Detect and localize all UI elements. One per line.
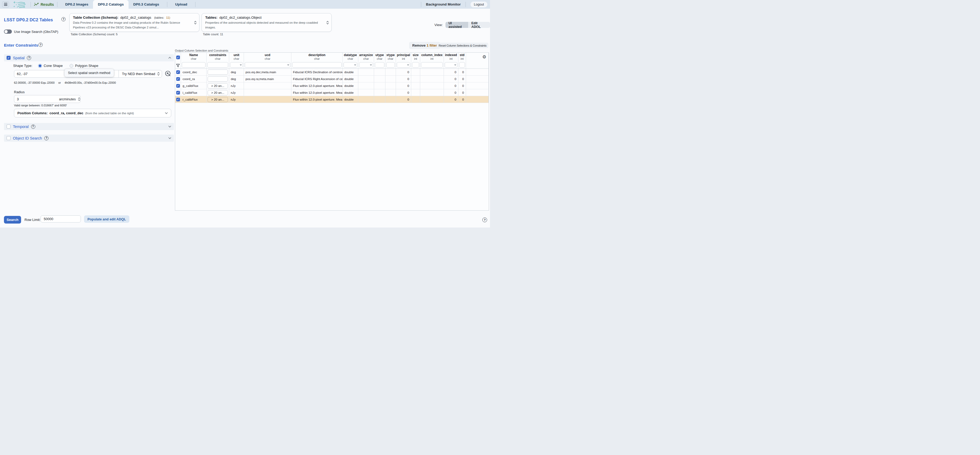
column-header-indexed[interactable]: indexedint [444,53,458,61]
shape-option-cone[interactable]: Cone Shape [38,64,63,68]
filter-funnel-icon[interactable] [176,64,180,67]
column-header-arraysize[interactable]: arraysizechar [358,53,374,61]
radius-input[interactable] [14,95,56,102]
cell-constraint-input[interactable]: > 20 an... [208,83,228,89]
tab-upload[interactable]: Upload [170,0,192,9]
radius-unit-select[interactable]: arcminutes [56,97,83,101]
tables-selector[interactable]: Tables: dp02_dc2_catalogs.Object Propert… [202,13,332,32]
column-header-unit[interactable]: unitchar [229,53,244,61]
image-search-toggle[interactable] [4,30,12,34]
table-options-gear-icon[interactable]: ⚙ [466,53,489,61]
filter-input-size[interactable] [412,62,419,68]
logout-button[interactable]: Logout [471,2,487,7]
object-id-section-header[interactable]: Object ID Search ? [4,135,174,142]
spatial-checkbox[interactable] [6,56,11,60]
row-checkbox[interactable] [176,98,180,101]
table-row[interactable]: coord_ra deg pos.eq.ra;meta.main Fiducia… [175,76,489,82]
column-header-xtype[interactable]: xtypechar [385,53,396,61]
row-limit-input[interactable] [41,216,81,222]
tables-value: dp02_dc2_catalogs.Object [220,16,262,19]
cell-unit: deg [229,76,244,82]
column-header-ucd[interactable]: ucdchar [244,53,291,61]
spatial-label: Spatial [13,56,24,60]
filter-select-arraysize[interactable] [359,62,373,68]
filter-input-name[interactable] [182,62,205,68]
filter-select-indexed[interactable] [445,62,457,68]
search-button[interactable]: Search [4,216,21,224]
resolver-select[interactable]: Try NED then Simbad [119,72,162,76]
tables-spinner-icon[interactable] [326,21,329,24]
row-checkbox[interactable] [176,77,180,81]
temporal-section-header[interactable]: Temporal ? [4,123,174,130]
filter-input-column-index[interactable] [421,62,443,68]
table-row[interactable]: g_calibFlux > 20 an... nJy Flux within 1… [175,82,489,89]
filter-select-ucd[interactable] [245,62,290,68]
polygon-shape-radio[interactable] [70,64,73,68]
column-header-size[interactable]: sizeint [411,53,420,61]
column-header-description[interactable]: descriptionchar [291,53,343,61]
page-help-icon[interactable]: ? [482,217,487,222]
spatial-help-icon[interactable]: ? [27,56,31,60]
schema-selector[interactable]: Table Collection (Schema): dp02_dc2_cata… [69,13,199,32]
column-header-datatype[interactable]: datatypechar [343,53,358,61]
view-edit-adql-button[interactable]: Edit ADQL [468,22,490,28]
filter-input-xtype[interactable] [386,62,395,68]
cell-description: Flux within 12.0-pixel aperture. Measur [291,89,343,96]
temporal-help-icon[interactable]: ? [31,125,35,129]
object-id-expand-icon[interactable] [168,137,171,139]
enter-constraints-help-icon[interactable]: ? [38,43,43,47]
select-all-checkbox[interactable] [176,55,180,59]
hamburger-menu-icon[interactable] [2,1,9,8]
filter-input-std[interactable] [459,62,465,68]
target-search-icon[interactable] [165,70,172,77]
cell-constraint-input[interactable]: > 20 an... [208,90,228,95]
object-id-help-icon[interactable]: ? [44,136,48,140]
filter-input-utype[interactable] [375,62,384,68]
table-row[interactable]: i_calibFlux > 20 an... nJy Flux within 1… [175,89,489,96]
page-title-help-icon[interactable]: ? [61,17,65,21]
temporal-expand-icon[interactable] [168,125,171,127]
populate-adql-button[interactable]: Populate and edit ADQL [84,216,129,223]
row-checkbox[interactable] [176,84,180,88]
tab-dp03-catalogs[interactable]: DP0.3 Catalogs [129,0,164,9]
row-checkbox[interactable] [176,91,180,95]
resolver-spinner-icon[interactable] [157,72,160,76]
filter-input-description[interactable] [292,62,342,68]
object-id-checkbox[interactable] [6,136,11,140]
column-header-column-index[interactable]: column_indexint [420,53,444,61]
view-ui-assisted-button[interactable]: UI assisted [445,22,468,28]
cell-constraint-input[interactable] [208,70,228,75]
tab-dp02-images[interactable]: DP0.2 Images [60,0,93,9]
remove-filter-button[interactable]: Remove 1 filter [409,42,440,49]
table-row-highlighted[interactable]: r_calibFlux > 20 an... nJy Flux within 1… [175,96,489,103]
column-header-std[interactable]: stdint [458,53,466,61]
column-header-utype[interactable]: utypechar [374,53,385,61]
temporal-checkbox[interactable] [6,125,11,128]
table-row[interactable]: coord_dec deg pos.eq.dec;meta.main Fiduc… [175,69,489,76]
tab-dp02-catalogs[interactable]: DP0.2 Catalogs [93,0,128,9]
position-columns-select[interactable]: Position Columns: coord_ra, coord_dec (f… [14,109,171,117]
filter-select-principal[interactable] [397,62,410,68]
spatial-collapse-icon[interactable] [168,57,171,59]
spatial-section-header[interactable]: Spatial ? [4,54,174,61]
cell-constraint-input[interactable] [208,76,228,82]
shape-option-polygon[interactable]: Polygon Shape [70,64,98,68]
enter-constraints-title: Enter Constraints [4,43,38,48]
cell-std: 0 [458,69,466,76]
filter-select-unit[interactable] [230,62,243,68]
schema-spinner-icon[interactable] [194,21,197,24]
app-window: Results DP0.2 Images DP0.2 Catalogs DP0.… [0,0,490,227]
cell-unit: deg [229,69,244,76]
reset-columns-button[interactable]: Reset Column Selections & Constraints [437,43,488,48]
background-monitor-button[interactable]: Background Monitor [425,2,462,6]
filter-select-datatype[interactable] [344,62,357,68]
row-checkbox[interactable] [176,70,180,74]
cell-constraint-input[interactable]: > 20 an... [208,97,228,102]
filter-input-constraints[interactable] [207,62,228,68]
cone-shape-radio[interactable] [38,64,42,68]
column-header-principal[interactable]: principalint [396,53,411,61]
radius-unit-spinner-icon[interactable] [78,97,80,101]
column-header-name[interactable]: Namechar [181,53,207,61]
column-header-constraints[interactable]: constraintschar [207,53,229,61]
tab-results[interactable]: Results [34,2,54,6]
